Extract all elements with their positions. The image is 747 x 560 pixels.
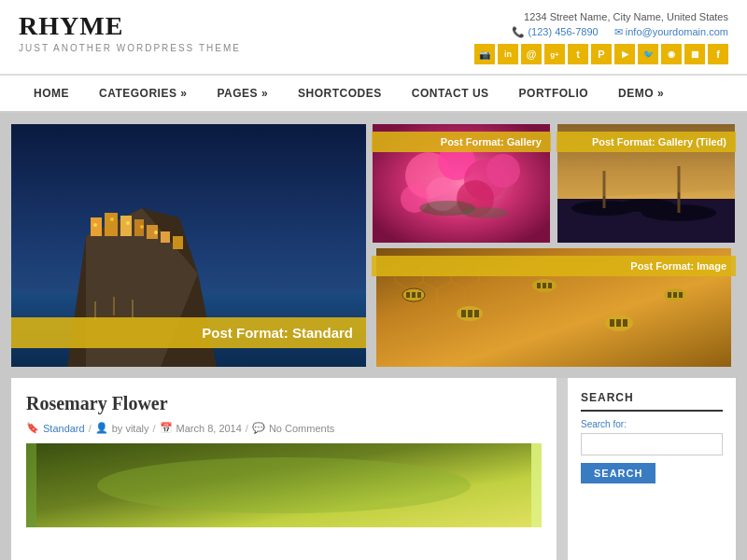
svg-rect-63 — [673, 292, 677, 298]
post-thumb-svg — [26, 443, 542, 527]
social-icon-youtube[interactable]: ▶ — [614, 44, 635, 64]
search-input[interactable] — [581, 433, 723, 455]
svg-rect-51 — [468, 310, 472, 317]
site-title[interactable]: RHYME — [19, 11, 241, 41]
featured-main-caption: Post Format: Standard — [11, 317, 366, 348]
nav-home[interactable]: HOME — [19, 76, 84, 111]
svg-rect-59 — [616, 319, 621, 327]
svg-rect-5 — [105, 213, 118, 236]
svg-point-28 — [461, 207, 508, 218]
post-category-icon: 🔖 — [26, 422, 39, 434]
search-button[interactable]: SEARCH — [581, 463, 655, 483]
post-meta: 🔖 Standard / 👤 by vitaly / 📅 March 8, 20… — [26, 422, 542, 434]
svg-rect-58 — [610, 319, 614, 327]
svg-rect-4 — [91, 217, 102, 236]
site-tagline: JUST ANOTHER WORDPRESS THEME — [19, 43, 241, 53]
header-address: 1234 Street Name, City Name, United Stat… — [474, 11, 728, 22]
featured-gallery-tiled-caption: Post Format: Gallery (Tiled) — [557, 132, 736, 152]
svg-rect-55 — [543, 283, 546, 288]
svg-rect-6 — [120, 216, 132, 236]
svg-rect-9 — [161, 231, 170, 243]
sidebar: SEARCH Search for: SEARCH — [568, 378, 736, 560]
social-icon-instagram[interactable]: 📷 — [474, 44, 495, 64]
main-nav: HOME CATEGORIES » PAGES » SHORTCODES CON… — [0, 75, 747, 113]
svg-rect-48 — [417, 292, 421, 298]
post-author: by vitaly — [112, 423, 149, 434]
social-icon-pinterest[interactable]: P — [591, 44, 612, 64]
svg-rect-64 — [679, 292, 683, 298]
social-icon-linkedin[interactable]: in — [498, 44, 518, 64]
svg-point-33 — [618, 199, 674, 212]
post-comments-icon: 💬 — [252, 422, 265, 434]
nav-categories[interactable]: CATEGORIES » — [84, 76, 202, 111]
main-content: Rosemary Flower 🔖 Standard / 👤 by vitaly… — [11, 378, 557, 560]
social-icons-bar: 📷 in @ g+ t P ▶ 🐦 ◉ ▦ f — [474, 44, 728, 64]
nav-contact[interactable]: CONTACT US — [397, 76, 504, 111]
featured-image-post[interactable]: Post Format: Image — [372, 248, 736, 367]
social-icon-facebook[interactable]: f — [708, 44, 728, 64]
header-email[interactable]: ✉ info@yourdomain.com — [614, 26, 728, 37]
svg-rect-52 — [474, 310, 479, 317]
post-thumbnail — [26, 443, 542, 527]
header-contact: 📞 (123) 456-7890 ✉ info@yourdomain.com — [474, 26, 728, 38]
post-author-icon: 👤 — [95, 422, 108, 434]
svg-rect-62 — [668, 292, 671, 298]
svg-rect-46 — [406, 292, 410, 298]
post-comments: No Comments — [269, 423, 334, 434]
header-right: 1234 Street Name, City Name, United Stat… — [474, 11, 728, 64]
featured-gallery-post[interactable]: Post Format: Gallery — [372, 124, 551, 243]
post-title: Rosemary Flower — [26, 393, 542, 414]
nav-portfolio[interactable]: PORTFOLIO — [504, 76, 604, 111]
svg-rect-50 — [461, 310, 466, 317]
post-date: March 8, 2014 — [176, 423, 242, 434]
nav-demo[interactable]: DEMO » — [603, 76, 679, 111]
svg-rect-60 — [623, 319, 627, 327]
post-category-link[interactable]: Standard — [43, 423, 85, 434]
social-icon-flickr[interactable]: ▦ — [684, 44, 705, 64]
svg-rect-10 — [173, 236, 183, 249]
featured-gallery-tiled-post[interactable]: Post Format: Gallery (Tiled) — [557, 124, 736, 243]
social-icon-tumblr[interactable]: t — [568, 44, 588, 64]
featured-image-caption: Post Format: Image — [372, 256, 736, 276]
sidebar-search-title: SEARCH — [581, 391, 723, 412]
site-header: RHYME JUST ANOTHER WORDPRESS THEME 1234 … — [0, 0, 747, 75]
svg-point-15 — [154, 231, 158, 234]
post-date-icon: 📅 — [160, 422, 173, 434]
search-for-label: Search for: — [581, 419, 723, 429]
svg-rect-47 — [412, 292, 416, 298]
featured-top-row: Post Format: Gallery — [372, 124, 736, 243]
nav-shortcodes[interactable]: SHORTCODES — [283, 76, 397, 111]
svg-point-26 — [486, 154, 520, 188]
main-wrapper: Post Format: Standard — [0, 113, 747, 560]
bottom-content-area: Rosemary Flower 🔖 Standard / 👤 by vitaly… — [11, 378, 736, 560]
phone-icon: 📞 — [512, 26, 528, 37]
svg-rect-54 — [537, 283, 541, 288]
svg-rect-56 — [548, 283, 552, 288]
header-phone[interactable]: 📞 (123) 456-7890 — [512, 26, 600, 37]
social-icon-at[interactable]: @ — [521, 44, 542, 64]
site-branding: RHYME JUST ANOTHER WORDPRESS THEME — [19, 11, 241, 53]
featured-gallery-caption: Post Format: Gallery — [372, 132, 551, 152]
social-icon-twitter[interactable]: 🐦 — [638, 44, 658, 64]
social-icon-rss[interactable]: ◉ — [661, 44, 682, 64]
social-icon-gplus[interactable]: g+ — [544, 44, 565, 64]
featured-right-column: Post Format: Gallery — [372, 124, 736, 367]
svg-point-14 — [140, 225, 144, 229]
featured-grid: Post Format: Standard — [11, 124, 736, 367]
svg-point-12 — [110, 217, 114, 221]
svg-point-11 — [93, 223, 97, 227]
nav-pages[interactable]: PAGES » — [202, 76, 283, 111]
svg-point-66 — [97, 457, 471, 513]
svg-point-13 — [126, 221, 130, 225]
email-icon: ✉ — [614, 26, 626, 37]
featured-main-post[interactable]: Post Format: Standard — [11, 124, 366, 367]
